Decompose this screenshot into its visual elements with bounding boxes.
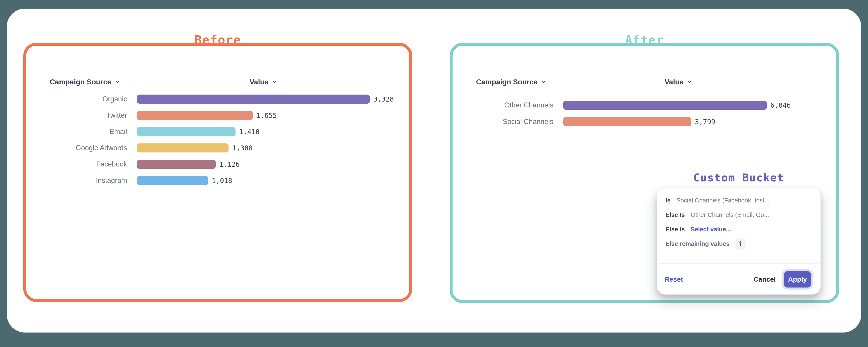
bar-value: 1,126 (219, 161, 240, 168)
select-value-link[interactable]: Select value... (691, 226, 731, 233)
before-panel: Campaign Source Value Organic 3,328 Twit… (23, 43, 412, 302)
reset-button[interactable]: Reset (664, 276, 683, 283)
bucket-rule-operator: Is (665, 197, 671, 204)
table-row: Organic 3,328 (26, 94, 409, 104)
table-row: Twitter 1,655 (26, 111, 409, 120)
after-table-header: Campaign Source Value (453, 77, 836, 87)
row-label: Instagram (26, 176, 127, 184)
bucket-rule-operator: Else Is (665, 226, 685, 233)
bucket-rule-row: Is Social Channels (Facebook, Inst... (665, 193, 812, 208)
dialog-footer: Reset Cancel Apply (657, 264, 820, 294)
canvas-card: Before Campaign Source Value Organic 3,3… (7, 8, 861, 332)
before-dimension-header[interactable]: Campaign Source (50, 77, 120, 87)
after-bar-chart: Other Channels 6,046 Social Channels 3,7… (453, 101, 836, 134)
dialog-divider (659, 263, 819, 263)
bar-value: 1,410 (239, 128, 259, 136)
chevron-down-icon (541, 79, 547, 85)
custom-bucket-title: Custom Bucket (657, 171, 820, 184)
after-dimension-header-label: Campaign Source (476, 78, 537, 86)
chevron-down-icon (272, 79, 278, 85)
apply-button[interactable]: Apply (784, 271, 811, 288)
row-label: Social Channels (453, 118, 553, 126)
bucket-rule-row: Else remaining values i (665, 237, 812, 251)
table-row: Other Channels 6,046 (453, 101, 836, 110)
bucket-remaining-label: Else remaining values (665, 240, 730, 248)
row-label: Email (26, 127, 127, 136)
before-measure-header[interactable]: Value (230, 77, 298, 87)
bucket-rule-value[interactable]: Other Channels (Email, Go... (691, 211, 769, 219)
bar-other-channels[interactable] (563, 101, 767, 110)
row-label: Google Adwords (26, 144, 127, 152)
bar-email[interactable] (137, 127, 236, 136)
bar-facebook[interactable] (137, 160, 216, 169)
bucket-rule-row: Else Is Select value... (665, 222, 812, 237)
table-row: Email 1,410 (26, 127, 409, 136)
bar-organic[interactable] (137, 94, 370, 104)
cancel-button[interactable]: Cancel (754, 276, 776, 283)
table-row: Facebook 1,126 (26, 160, 409, 169)
bucket-rule-value[interactable]: Social Channels (Facebook, Inst... (677, 197, 770, 204)
info-icon[interactable]: i (736, 238, 745, 250)
bucket-rule-operator: Else Is (665, 211, 685, 219)
bar-value: 6,046 (770, 102, 791, 109)
bar-value: 1,308 (232, 144, 252, 152)
row-label: Twitter (26, 111, 127, 119)
table-row: Google Adwords 1,308 (26, 143, 409, 152)
chevron-down-icon (114, 79, 120, 85)
after-measure-header[interactable]: Value (645, 77, 712, 87)
bar-google-adwords[interactable] (137, 143, 228, 152)
table-row: Instagram 1,018 (26, 176, 409, 185)
bar-value: 1,655 (256, 112, 277, 119)
bar-twitter[interactable] (137, 111, 253, 120)
bar-value: 3,328 (373, 95, 394, 103)
info-icon-glyph: i (739, 240, 742, 248)
row-label: Organic (26, 95, 127, 103)
bar-social-channels[interactable] (563, 117, 691, 126)
row-label: Other Channels (453, 101, 553, 109)
after-dimension-header[interactable]: Campaign Source (476, 77, 547, 87)
custom-bucket-dialog: Is Social Channels (Facebook, Inst... El… (657, 188, 820, 294)
chevron-down-icon (687, 79, 692, 85)
before-dimension-header-label: Campaign Source (50, 78, 111, 86)
bar-value: 1,018 (212, 177, 232, 184)
after-measure-header-label: Value (664, 78, 684, 86)
before-bar-chart: Organic 3,328 Twitter 1,655 Email 1,410 … (26, 94, 409, 192)
before-measure-header-label: Value (250, 78, 269, 86)
bucket-rule-row: Else Is Other Channels (Email, Go... (665, 208, 812, 222)
row-label: Facebook (26, 160, 127, 168)
before-table-header: Campaign Source Value (26, 77, 409, 87)
table-row: Social Channels 3,799 (453, 117, 836, 126)
bucket-rules-list: Is Social Channels (Facebook, Inst... El… (657, 188, 820, 251)
bar-instagram[interactable] (137, 176, 208, 185)
bar-value: 3,799 (695, 118, 715, 126)
